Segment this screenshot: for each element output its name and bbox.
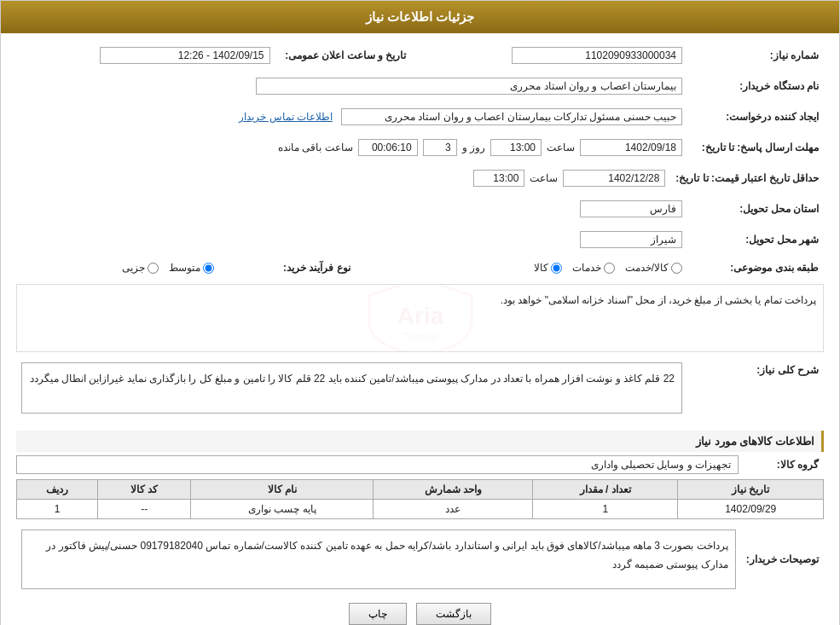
col-kod: کد کالا <box>98 480 191 500</box>
mohlat-baghimande-label: ساعت باقی مانده <box>278 142 353 153</box>
mohlat-baghimande-value: 00:06:10 <box>358 139 418 156</box>
mohlat-roz-value: 3 <box>423 139 457 156</box>
sharh-label: شرح کلی نیاز: <box>687 359 824 424</box>
ijad-label: ایجاد کننده درخواست: <box>687 105 824 129</box>
cell-tarikh: 1402/09/29 <box>678 500 824 519</box>
sharh-value: 22 قلم کاغذ و نوشت افزار همراه با تعداد … <box>21 362 682 414</box>
dastgah-label: نام دستگاه خریدار: <box>687 74 824 98</box>
tarikh-elan-label: تاریخ و ساعت اعلان عمومی: <box>275 43 412 67</box>
col-nam: نام کالا <box>191 480 374 500</box>
etibar-saat: 13:00 <box>473 170 524 187</box>
shomare-niaz-label: شماره نیاز: <box>687 43 824 67</box>
radio-jozee[interactable]: جزیی <box>122 262 159 274</box>
cell-tedad: 1 <box>533 500 678 519</box>
category-label: طبقه بندی موضوعی: <box>687 258 824 277</box>
radio-motaset[interactable]: متوسط <box>169 262 214 274</box>
mohlat-saat: 13:00 <box>490 139 542 156</box>
page-title: جزئیات اطلاعات نیاز <box>366 9 474 24</box>
shahr-value: شیراز <box>580 231 682 248</box>
shomare-niaz-value: 1102090933000034 <box>512 47 682 64</box>
radio-kala-khadamat[interactable]: کالا/خدمت <box>625 262 682 274</box>
print-button[interactable]: چاپ <box>349 603 407 625</box>
noee-label: نوع فرآیند خرید: <box>219 258 356 277</box>
mohlat-roz-label: روز و <box>462 142 485 153</box>
goroh-value: تجهیزات و وسایل تحصیلی واداری <box>16 455 739 474</box>
ostan-label: استان محل تحویل: <box>687 197 824 221</box>
col-vahed: واحد شمارش <box>374 480 533 500</box>
etibar-label: حداقل تاریخ اعتبار قیمت: تا تاریخ: <box>670 166 824 190</box>
cell-kod: -- <box>98 500 191 519</box>
buyer-notes-label: توصیحات خریدار: <box>741 526 824 593</box>
cell-vahed: عدد <box>374 500 533 519</box>
table-row: 1402/09/29 1 عدد پایه چسب نواری -- 1 <box>17 500 824 519</box>
ostan-value: فارس <box>580 200 682 217</box>
mohlat-label: مهلت ارسال پاسخ: تا تاریخ: <box>687 136 824 159</box>
cell-radif: 1 <box>17 500 98 519</box>
etibar-date: 1402/12/28 <box>563 170 665 187</box>
buttons-row: بازگشت چاپ <box>16 603 824 625</box>
radio-khadamat[interactable]: خدمات <box>572 262 615 274</box>
tarikh-elan-value: 1402/09/15 - 12:26 <box>100 47 270 64</box>
buyer-notes-value: پرداخت بصورت 3 ماهه میباشد/کالاهای فوق ب… <box>21 530 736 589</box>
kalaha-header: اطلاعات کالاهای مورد نیاز <box>16 431 824 452</box>
back-button[interactable]: بازگشت <box>416 603 491 625</box>
svg-text:Tender: Tender <box>402 330 438 344</box>
col-tarikh: تاریخ نیاز <box>678 480 824 500</box>
ijad-value: حبیب حسنی مسئول تدارکات بیمارستان اعصاب … <box>341 108 682 125</box>
etibar-saat-label: ساعت <box>530 172 558 184</box>
col-radif: ردیف <box>17 480 98 500</box>
col-tedad: تعداد / مقدار <box>533 480 678 500</box>
svg-text:Aria: Aria <box>397 303 443 329</box>
dastgah-value: بیمارستان اعصاب و روان استاد محرری <box>256 78 682 95</box>
goods-table: تاریخ نیاز تعداد / مقدار واحد شمارش نام … <box>16 479 824 519</box>
watermark-logo: Aria Tender <box>352 284 489 352</box>
mohlat-date: 1402/09/18 <box>580 139 682 156</box>
goroh-label: گروه کالا: <box>739 455 824 474</box>
tamase-link[interactable]: اطلاعات تماس خریدار <box>239 111 333 123</box>
mohlat-saat-label: ساعت <box>547 142 575 153</box>
page-header: جزئیات اطلاعات نیاز <box>1 1 839 33</box>
cell-nam: پایه چسب نواری <box>191 500 374 519</box>
shahr-label: شهر محل تحویل: <box>687 228 824 252</box>
notice-watermark-area: Aria Tender پرداخت تمام یا بخشی از مبلغ … <box>16 284 824 352</box>
radio-kala[interactable]: کالا <box>534 262 562 274</box>
